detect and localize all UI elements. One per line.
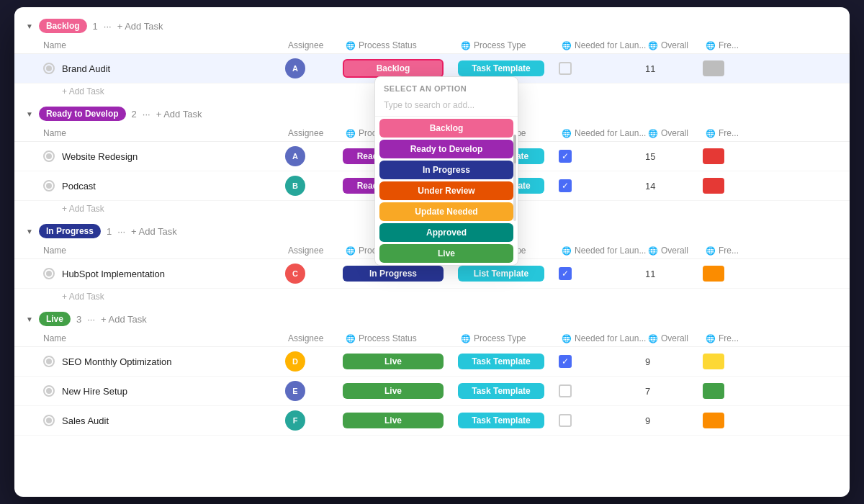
status-pill-seo[interactable]: Live	[343, 354, 444, 369]
task-status-seo[interactable]: Live	[343, 354, 458, 369]
task-overall-seo: 9	[645, 356, 703, 367]
collapse-arrow-inprogress[interactable]: ▼	[26, 228, 33, 235]
task-status-newhire[interactable]: Live	[343, 383, 458, 399]
dots-live[interactable]: ···	[87, 314, 95, 325]
task-launch-website[interactable]: ✓	[559, 150, 645, 163]
type-pill-hubspot: List Template	[458, 266, 544, 282]
checkbox-salesaudit[interactable]	[559, 414, 572, 427]
globe-icon-freq: 🌐	[706, 41, 716, 50]
task-overall-salesaudit: 9	[645, 415, 703, 426]
col-overall-label-ip: 🌐 Overall	[648, 246, 706, 256]
collapse-arrow-ready[interactable]: ▼	[26, 110, 33, 118]
col-launch-label-ip: 🌐 Needed for Laun...	[562, 246, 648, 256]
dropdown-option-underreview[interactable]: Under Review	[379, 181, 513, 200]
task-name-hubspot: HubSpot Implementation	[62, 269, 285, 279]
dots-inprogress[interactable]: ···	[117, 226, 125, 237]
task-freq-newhire	[703, 383, 746, 399]
status-pill-salesaudit[interactable]: Live	[343, 413, 444, 428]
dropdown-search[interactable]: Type to search or add...	[375, 97, 518, 117]
add-task-live[interactable]: + Add Task	[101, 314, 147, 325]
avatar-brand-audit: A	[285, 58, 305, 78]
task-check-podcast[interactable]	[43, 180, 55, 192]
task-status-salesaudit[interactable]: Live	[343, 413, 458, 428]
checkbox-newhire[interactable]	[559, 384, 572, 397]
dropdown-option-live[interactable]: Live	[379, 244, 513, 263]
task-type-seo: Task Template	[458, 354, 559, 369]
count-ready: 2	[132, 109, 137, 120]
checkbox-brand-audit[interactable]	[559, 62, 572, 75]
col-headers-backlog: Name Assignee 🌐 Process Status 🌐 Process…	[14, 37, 850, 54]
dropdown-option-backlog[interactable]: Backlog	[379, 119, 513, 138]
status-pill-hubspot[interactable]: In Progress	[343, 266, 444, 282]
globe-icon-t-l: 🌐	[461, 334, 471, 343]
add-task-inprogress[interactable]: + Add Task	[131, 226, 177, 237]
task-status-brand-audit[interactable]: Backlog	[343, 59, 458, 78]
col-freq-label: 🌐 Fre...	[706, 40, 749, 50]
task-check-seo[interactable]	[43, 356, 55, 367]
section-header-backlog: ▼ Backlog 1 ··· + Add Task	[14, 14, 850, 37]
dropdown-option-inprogress[interactable]: In Progress	[379, 161, 513, 179]
task-check-brand-audit[interactable]	[43, 63, 55, 74]
globe-icon-l-r: 🌐	[562, 129, 572, 138]
task-launch-seo[interactable]: ✓	[559, 355, 645, 368]
col-assignee-label-r: Assignee	[288, 128, 346, 138]
globe-icon-overall: 🌐	[648, 41, 658, 50]
col-status-label: 🌐 Process Status	[346, 40, 461, 50]
dropdown-option-updateneeded[interactable]: Update Needed	[379, 202, 513, 221]
dropdown-option-approved[interactable]: Approved	[379, 223, 513, 242]
dots-ready[interactable]: ···	[143, 109, 150, 120]
checkbox-seo[interactable]: ✓	[559, 355, 572, 368]
task-check-newhire[interactable]	[43, 385, 55, 397]
type-pill-seo: Task Template	[458, 354, 544, 369]
globe-icon-l-l: 🌐	[562, 334, 572, 343]
task-launch-brand-audit[interactable]	[559, 62, 645, 75]
checkbox-podcast[interactable]: ✓	[559, 179, 572, 192]
type-pill-salesaudit: Task Template	[458, 413, 544, 428]
task-launch-salesaudit[interactable]	[559, 414, 645, 427]
task-launch-hubspot[interactable]: ✓	[559, 267, 645, 280]
task-freq-salesaudit	[703, 413, 746, 428]
globe-icon-o-l: 🌐	[648, 334, 658, 343]
task-check-website[interactable]	[43, 150, 55, 162]
dropdown-option-ready[interactable]: Ready to Develop	[379, 140, 513, 158]
checkbox-hubspot[interactable]: ✓	[559, 267, 572, 280]
col-assignee-label-ip: Assignee	[288, 246, 346, 256]
task-type-newhire: Task Template	[458, 383, 559, 399]
avatar-hubspot: C	[285, 264, 305, 284]
status-pill-newhire[interactable]: Live	[343, 383, 444, 399]
check-inner-s	[46, 359, 52, 364]
check-inner	[46, 66, 52, 71]
check-inner-sa	[46, 418, 52, 423]
col-freq-label-l: 🌐 Fre...	[706, 333, 749, 343]
badge-live: Live	[39, 312, 71, 326]
col-assignee-label: Assignee	[288, 40, 346, 50]
status-dropdown: SELECT AN OPTION Type to search or add..…	[374, 76, 518, 266]
add-task-backlog[interactable]: + Add Task	[117, 21, 163, 32]
task-name-website: Website Redesign	[62, 151, 285, 162]
collapse-arrow-backlog[interactable]: ▼	[26, 22, 33, 30]
col-headers-live: Name Assignee 🌐 Process Status 🌐 Process…	[14, 330, 850, 347]
task-name-podcast: Podcast	[62, 181, 285, 192]
globe-icon-f-l: 🌐	[706, 334, 716, 343]
bar-salesaudit	[703, 413, 724, 428]
globe-icon-launch: 🌐	[562, 41, 572, 50]
col-name-label-l: Name	[43, 333, 288, 343]
globe-icon-f-r: 🌐	[706, 129, 716, 138]
checkbox-website[interactable]: ✓	[559, 150, 572, 163]
status-pill-brand-audit[interactable]: Backlog	[343, 59, 444, 78]
dots-backlog[interactable]: ···	[104, 21, 112, 32]
col-name-label-r: Name	[43, 128, 288, 138]
task-row-salesaudit: Sales Audit F Live Task Template 9	[14, 406, 850, 436]
task-assignee-salesaudit: F	[285, 410, 343, 431]
count-inprogress: 1	[107, 226, 112, 237]
task-status-hubspot[interactable]: In Progress	[343, 266, 458, 282]
add-task-ready[interactable]: + Add Task	[156, 109, 202, 120]
task-launch-newhire[interactable]	[559, 384, 645, 397]
task-check-salesaudit[interactable]	[43, 415, 55, 426]
avatar-seo: D	[285, 351, 305, 372]
task-check-hubspot[interactable]	[43, 268, 55, 279]
task-launch-podcast[interactable]: ✓	[559, 179, 645, 192]
add-subtask-inprogress[interactable]: + Add Task	[14, 289, 850, 305]
collapse-arrow-live[interactable]: ▼	[26, 315, 33, 323]
task-overall-podcast: 14	[645, 181, 703, 192]
